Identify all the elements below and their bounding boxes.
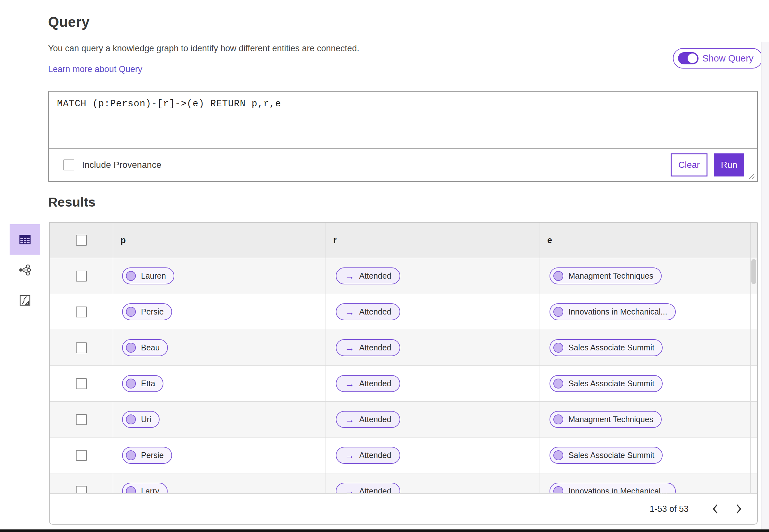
- relation-pill-label: Attended: [359, 343, 391, 352]
- table-row: Persie → Attended Sales Associate Summit: [50, 438, 757, 473]
- entity-pill-e[interactable]: Innovations in Mechanical...: [550, 303, 676, 320]
- entity-dot-icon: [126, 271, 136, 281]
- entity-pill-label: Uri: [141, 415, 151, 424]
- entity-pill-p[interactable]: Etta: [122, 375, 163, 392]
- entity-pill-label: Managment Techniques: [569, 271, 653, 281]
- entity-pill-e[interactable]: Managment Techniques: [550, 411, 662, 428]
- map-view-button[interactable]: [10, 285, 40, 315]
- table-pagination: 1-53 of 53: [50, 493, 757, 524]
- entity-pill-label: Managment Techniques: [569, 415, 653, 424]
- pagination-range-label: 1-53 of 53: [650, 504, 689, 514]
- clear-button[interactable]: Clear: [671, 153, 708, 176]
- entity-dot-icon: [126, 307, 136, 317]
- row-checkbox[interactable]: [76, 486, 87, 494]
- select-all-checkbox[interactable]: [76, 235, 87, 246]
- arrow-right-icon: →: [345, 271, 354, 281]
- learn-more-link[interactable]: Learn more about Query: [48, 64, 142, 74]
- entity-dot-icon: [126, 450, 136, 460]
- column-header-e[interactable]: e: [547, 235, 552, 245]
- entity-pill-p[interactable]: Beau: [122, 339, 168, 356]
- knowledge-graph-query-page: Query You can query a knowledge graph to…: [0, 0, 769, 532]
- row-checkbox[interactable]: [76, 307, 87, 317]
- graph-view-icon: [18, 263, 32, 277]
- entity-dot-icon: [126, 379, 136, 389]
- entity-dot-icon: [553, 379, 563, 389]
- entity-pill-label: Innovations in Mechanical...: [569, 307, 667, 316]
- row-checkbox[interactable]: [76, 414, 87, 425]
- entity-pill-p[interactable]: Uri: [122, 411, 159, 428]
- graph-view-button[interactable]: [10, 255, 40, 285]
- entity-pill-label: Lauren: [141, 271, 166, 281]
- entity-pill-label: Innovations in Mechanical...: [569, 487, 667, 493]
- previous-page-button[interactable]: [708, 500, 723, 518]
- entity-pill-label: Sales Associate Summit: [569, 451, 654, 460]
- results-title: Results: [48, 195, 95, 210]
- entity-dot-icon: [126, 343, 136, 353]
- table-body: Lauren → Attended Managment Techniques P…: [50, 258, 757, 493]
- entity-pill-p[interactable]: Larry: [122, 483, 168, 493]
- page-scrollbar[interactable]: [761, 42, 769, 529]
- table-view-button[interactable]: [10, 224, 40, 255]
- column-header-p[interactable]: p: [120, 235, 126, 245]
- table-row: Persie → Attended Innovations in Mechani…: [50, 294, 757, 330]
- toggle-knob: [688, 53, 697, 63]
- entity-pill-label: Beau: [141, 343, 159, 352]
- table-scrollbar-thumb[interactable]: [751, 259, 756, 284]
- run-button[interactable]: Run: [714, 153, 744, 176]
- row-checkbox[interactable]: [76, 450, 87, 461]
- relation-pill[interactable]: → Attended: [336, 483, 400, 493]
- show-query-label: Show Query: [702, 53, 754, 64]
- table-view-icon: [19, 233, 31, 246]
- chevron-right-icon: [735, 504, 742, 514]
- entity-dot-icon: [553, 271, 563, 281]
- entity-dot-icon: [126, 414, 136, 424]
- entity-pill-e[interactable]: Sales Associate Summit: [550, 339, 663, 356]
- table-row: Larry → Attended Innovations in Mechanic…: [50, 473, 757, 493]
- table-row: Etta → Attended Sales Associate Summit: [50, 366, 757, 402]
- query-editor-panel: MATCH (p:Person)-[r]->(e) RETURN p,r,e I…: [48, 91, 758, 182]
- include-provenance-label: Include Provenance: [82, 160, 161, 170]
- row-checkbox[interactable]: [76, 342, 87, 353]
- show-query-toggle[interactable]: Show Query: [673, 48, 763, 69]
- entity-pill-e[interactable]: Sales Associate Summit: [550, 447, 663, 464]
- next-page-button[interactable]: [732, 500, 746, 518]
- chevron-left-icon: [712, 504, 719, 514]
- relation-pill-label: Attended: [359, 307, 391, 316]
- relation-pill[interactable]: → Attended: [336, 267, 400, 284]
- table-row: Lauren → Attended Managment Techniques: [50, 258, 757, 294]
- relation-pill[interactable]: → Attended: [336, 411, 400, 428]
- relation-pill-label: Attended: [359, 487, 391, 493]
- relation-pill[interactable]: → Attended: [336, 375, 400, 392]
- toggle-switch-icon[interactable]: [678, 52, 699, 64]
- entity-pill-p[interactable]: Lauren: [122, 267, 174, 284]
- entity-dot-icon: [553, 307, 563, 317]
- entity-pill-p[interactable]: Persie: [122, 303, 172, 320]
- query-panel-footer: Include Provenance Clear Run: [49, 149, 757, 181]
- query-code-input[interactable]: MATCH (p:Person)-[r]->(e) RETURN p,r,e: [49, 92, 757, 149]
- entity-pill-label: Etta: [141, 379, 155, 388]
- relation-pill[interactable]: → Attended: [336, 339, 400, 356]
- include-provenance-checkbox[interactable]: [63, 160, 74, 170]
- map-view-icon: [19, 294, 31, 307]
- row-checkbox[interactable]: [76, 271, 87, 282]
- table-header-row: p r e: [50, 223, 757, 258]
- results-view-switcher: [10, 224, 40, 315]
- relation-pill[interactable]: → Attended: [336, 447, 400, 464]
- row-checkbox[interactable]: [76, 378, 87, 389]
- entity-pill-e[interactable]: Innovations in Mechanical...: [550, 483, 676, 493]
- relation-pill[interactable]: → Attended: [336, 303, 400, 320]
- entity-pill-label: Larry: [141, 487, 159, 493]
- column-header-r[interactable]: r: [333, 235, 337, 245]
- entity-pill-label: Sales Associate Summit: [569, 379, 654, 388]
- resize-grip-icon[interactable]: [746, 170, 756, 180]
- entity-pill-e[interactable]: Sales Associate Summit: [550, 375, 663, 392]
- arrow-right-icon: →: [345, 487, 354, 494]
- relation-pill-label: Attended: [359, 271, 391, 281]
- entity-pill-label: Persie: [141, 307, 164, 316]
- arrow-right-icon: →: [345, 379, 354, 389]
- entity-dot-icon: [126, 486, 136, 493]
- entity-dot-icon: [553, 343, 563, 353]
- arrow-right-icon: →: [345, 343, 354, 353]
- entity-pill-e[interactable]: Managment Techniques: [550, 267, 662, 284]
- entity-pill-p[interactable]: Persie: [122, 447, 172, 464]
